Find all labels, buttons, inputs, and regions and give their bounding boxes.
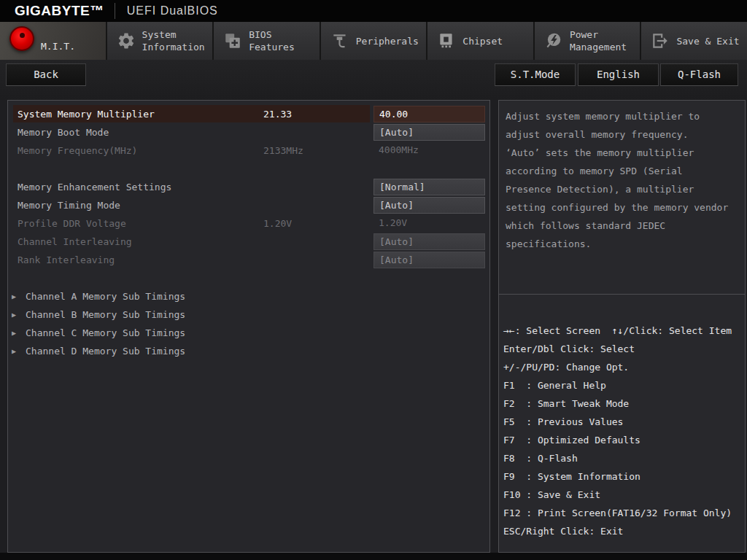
mit-dial-icon bbox=[9, 26, 34, 51]
setting-row-channel-interleaving: Channel Interleaving [Auto] bbox=[8, 233, 489, 251]
submenu-arrow-icon: ▶ bbox=[12, 287, 16, 306]
shortcut-line: F2 : Smart Tweak Mode bbox=[503, 394, 741, 413]
firmware-title: UEFI DualBIOS bbox=[127, 4, 218, 18]
submenu-label: Channel B Memory Sub Timings bbox=[26, 306, 185, 324]
toolbar: Back S.T.Mode English Q-Flash bbox=[0, 60, 747, 100]
tab-peripherals[interactable]: Peripherals bbox=[321, 22, 428, 60]
help-line: adjust overall memory frequency. bbox=[506, 125, 738, 144]
st-mode-button[interactable]: S.T.Mode bbox=[495, 63, 576, 86]
setting-current-value: 21.33 bbox=[263, 105, 292, 123]
setting-value-box[interactable]: [Auto] bbox=[374, 124, 485, 141]
setting-label: Rank Interleaving bbox=[18, 251, 115, 269]
tab-bar: M.I.T. System Information BIOS Features … bbox=[0, 22, 747, 60]
help-line: Adjust system memory multiplier to bbox=[506, 107, 738, 125]
qflash-button[interactable]: Q-Flash bbox=[660, 63, 738, 86]
setting-value: 4000MHz bbox=[374, 142, 485, 159]
setting-row-profile-ddr-voltage: Profile DDR Voltage 1.20V 1.20V bbox=[8, 214, 489, 233]
setting-value-box: [Auto] bbox=[374, 252, 485, 268]
submenu-label: Channel C Memory Sub Timings bbox=[26, 324, 185, 342]
setting-row-memory-enhancement-settings[interactable]: Memory Enhancement Settings [Normal] bbox=[8, 178, 489, 196]
tab-label: M.I.T. bbox=[41, 40, 75, 52]
tab-save-exit[interactable]: Save & Exit bbox=[641, 22, 747, 60]
bottom-strip bbox=[0, 553, 747, 560]
help-panel: Adjust system memory multiplier to adjus… bbox=[498, 100, 746, 553]
help-line: specifications. bbox=[506, 235, 738, 253]
power-bolt-icon bbox=[544, 31, 563, 50]
language-button[interactable]: English bbox=[578, 63, 659, 86]
chipset-icon bbox=[437, 31, 456, 50]
shortcut-line: Enter/Dbl Click: Select bbox=[503, 340, 741, 358]
tab-system-information[interactable]: System Information bbox=[107, 22, 214, 60]
exit-door-arrow-icon bbox=[651, 31, 670, 50]
settings-panel: System Memory Multiplier 21.33 40.00 Mem… bbox=[7, 100, 490, 553]
tab-label: Chipset bbox=[462, 35, 503, 47]
submenu-label: Channel D Memory Sub Timings bbox=[26, 342, 185, 360]
submenu-row-channel-b-sub-timings[interactable]: ▶ Channel B Memory Sub Timings bbox=[8, 306, 489, 324]
help-line: setting configured by the memory vendor bbox=[506, 198, 738, 217]
title-separator bbox=[115, 3, 115, 19]
setting-value-box: [Auto] bbox=[374, 233, 485, 250]
shortcut-line: F7 : Optimized Defaults bbox=[503, 431, 741, 449]
keyboard-shortcuts: →←: Select Screen ↑↓/Click: Select Item … bbox=[499, 295, 745, 552]
setting-row-system-memory-multiplier[interactable]: System Memory Multiplier 21.33 40.00 bbox=[8, 105, 489, 123]
setting-label: Memory Timing Mode bbox=[18, 196, 120, 214]
setting-row-rank-interleaving: Rank Interleaving [Auto] bbox=[8, 251, 489, 269]
setting-label: Memory Frequency(MHz) bbox=[18, 141, 137, 160]
back-button[interactable]: Back bbox=[6, 63, 86, 86]
setting-row-memory-boot-mode[interactable]: Memory Boot Mode [Auto] bbox=[8, 123, 489, 141]
tab-label: Peripherals bbox=[356, 35, 419, 47]
setting-label: Memory Boot Mode bbox=[18, 123, 109, 141]
shortcut-line: F9 : System Information bbox=[503, 467, 741, 486]
shortcut-line: ESC/Right Click: Exit bbox=[503, 522, 741, 540]
setting-value-box[interactable]: [Auto] bbox=[374, 197, 485, 214]
setting-value-box[interactable]: [Normal] bbox=[374, 179, 485, 195]
shortcut-line: +/-/PU/PD: Change Opt. bbox=[503, 358, 741, 376]
bios-screen: GIGABYTE™ UEFI DualBIOS M.I.T. System In… bbox=[0, 0, 747, 560]
title-bar: GIGABYTE™ UEFI DualBIOS bbox=[0, 0, 747, 22]
setting-value-box[interactable]: 40.00 bbox=[374, 106, 485, 122]
tab-bios-features[interactable]: BIOS Features bbox=[214, 22, 321, 60]
peripheral-plug-icon bbox=[330, 31, 349, 50]
shortcut-line: F1 : General Help bbox=[503, 376, 741, 394]
gigabyte-logo: GIGABYTE™ bbox=[15, 3, 104, 19]
help-line: ‘Auto’ sets the memory multiplier bbox=[506, 144, 738, 162]
shortcut-line: →←: Select Screen ↑↓/Click: Select Item bbox=[503, 322, 741, 340]
setting-value: 1.20V bbox=[374, 215, 485, 232]
help-line: which follows standard JEDEC bbox=[506, 217, 738, 235]
setting-row-memory-timing-mode[interactable]: Memory Timing Mode [Auto] bbox=[8, 196, 489, 214]
submenu-arrow-icon: ▶ bbox=[12, 324, 16, 342]
submenu-row-channel-c-sub-timings[interactable]: ▶ Channel C Memory Sub Timings bbox=[8, 324, 489, 342]
shortcut-line: F10 : Save & Exit bbox=[503, 486, 741, 504]
tab-label: BIOS Features bbox=[249, 28, 320, 53]
tab-power-management[interactable]: Power Management bbox=[535, 22, 642, 60]
tab-label: Save & Exit bbox=[676, 35, 739, 47]
setting-label: Channel Interleaving bbox=[18, 233, 132, 251]
tab-mit[interactable]: M.I.T. bbox=[0, 22, 107, 60]
item-help-text: Adjust system memory multiplier to adjus… bbox=[499, 101, 745, 295]
tab-label: Power Management bbox=[570, 28, 640, 53]
tab-chipset[interactable]: Chipset bbox=[427, 22, 535, 60]
help-line: according to memory SPD (Serial bbox=[506, 162, 738, 180]
submenu-row-channel-a-sub-timings[interactable]: ▶ Channel A Memory Sub Timings bbox=[8, 287, 489, 306]
setting-label: Profile DDR Voltage bbox=[18, 214, 126, 233]
help-line: Presence Detection), a multiplier bbox=[506, 180, 738, 198]
shortcut-line: F8 : Q-Flash bbox=[503, 449, 741, 467]
bios-chip-plus-icon bbox=[223, 31, 242, 50]
gear-icon bbox=[117, 31, 136, 50]
setting-label: System Memory Multiplier bbox=[18, 105, 155, 123]
shortcut-line: F5 : Previous Values bbox=[503, 413, 741, 431]
submenu-label: Channel A Memory Sub Timings bbox=[26, 287, 185, 306]
setting-label: Memory Enhancement Settings bbox=[18, 178, 171, 196]
submenu-arrow-icon: ▶ bbox=[12, 342, 16, 360]
setting-current-value: 1.20V bbox=[263, 214, 292, 233]
setting-row-memory-frequency: Memory Frequency(MHz) 2133MHz 4000MHz bbox=[8, 141, 489, 160]
setting-current-value: 2133MHz bbox=[263, 141, 303, 160]
submenu-row-channel-d-sub-timings[interactable]: ▶ Channel D Memory Sub Timings bbox=[8, 342, 489, 360]
tab-label: System Information bbox=[142, 28, 213, 53]
submenu-arrow-icon: ▶ bbox=[12, 306, 16, 324]
shortcut-line: F12 : Print Screen(FAT16/32 Format Only) bbox=[503, 504, 741, 522]
